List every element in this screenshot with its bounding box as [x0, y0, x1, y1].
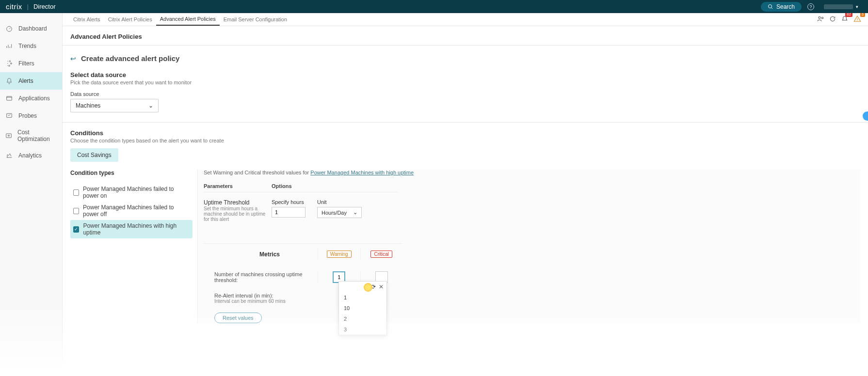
probes-icon	[5, 111, 14, 120]
specify-hours-input[interactable]	[272, 207, 305, 218]
metrics-heading: Metrics	[204, 251, 318, 258]
svg-rect-6	[7, 96, 12, 100]
checkbox-icon[interactable]	[73, 208, 79, 214]
sidebar-item-analytics[interactable]: Analytics	[0, 147, 62, 164]
side-help-bubble[interactable]	[863, 111, 868, 121]
dropdown-item[interactable]: 3	[339, 324, 386, 335]
unit-value: Hours/Day	[321, 210, 347, 216]
condition-type-label: Power Managed Machines failed to power o…	[83, 204, 190, 218]
condition-types-panel: Condition types Power Managed Machines f…	[70, 170, 197, 323]
col-parameters: Parameters	[204, 183, 272, 189]
dashboard-icon	[5, 24, 14, 33]
dropdown-item[interactable]: 10	[339, 303, 386, 313]
user-settings-icon[interactable]	[817, 15, 824, 24]
data-source-desc: Pick the data source event that you want…	[70, 79, 860, 85]
uptime-threshold-label: Uptime Threshold	[204, 199, 272, 206]
notifications-badge: 82	[845, 13, 852, 17]
filters-icon	[5, 59, 14, 68]
condition-type-power-on[interactable]: Power Managed Machines failed to power o…	[70, 183, 193, 202]
top-header: citrix | Director Search ? ▾	[0, 0, 868, 13]
refresh-icon[interactable]	[829, 16, 836, 24]
checkbox-icon[interactable]	[73, 189, 79, 196]
section-data-source: Select data source Pick the data source …	[63, 64, 868, 119]
svg-line-1	[771, 7, 772, 9]
param-header: Parameters Options	[204, 183, 398, 192]
conditions-title: Conditions	[70, 129, 860, 137]
warnings-badge: 3	[860, 13, 865, 17]
tab-row-icons: 82 3	[817, 15, 861, 24]
back-arrow-icon[interactable]: ↩	[70, 55, 76, 63]
data-source-label: Data source	[70, 91, 860, 97]
tab-citrix-alert-policies[interactable]: Citrix Alert Policies	[104, 13, 156, 26]
header-right: Search ? ▾	[761, 2, 862, 12]
user-menu[interactable]: ▾	[820, 4, 862, 9]
data-source-select[interactable]: Machines ⌄	[70, 99, 159, 112]
chevron-down-icon: ⌄	[148, 102, 153, 109]
sidebar-item-filters[interactable]: Filters	[0, 55, 62, 72]
tab-email-server-config[interactable]: Email Server Configuration	[220, 13, 291, 26]
sidebar-item-cost-optimization[interactable]: Cost Optimization	[0, 125, 62, 147]
sidebar-item-label: Trends	[18, 43, 36, 49]
unit-label: Unit	[317, 199, 362, 205]
warning-dropdown-popup: ⟳ ✕ 1 10 2 3	[338, 281, 387, 335]
sidebar: Dashboard Trends Filters Alerts Applicat…	[0, 13, 63, 376]
condition-type-high-uptime[interactable]: ✓ Power Managed Machines with high uptim…	[70, 220, 193, 238]
notifications-icon[interactable]: 82	[841, 15, 849, 24]
cursor-highlight	[364, 283, 372, 292]
sidebar-item-label: Probes	[18, 112, 37, 119]
applications-icon	[5, 94, 14, 103]
sidebar-item-label: Applications	[18, 95, 50, 102]
realert-note: Interval can be minimum 60 mins	[214, 298, 860, 304]
create-policy-title: Create advanced alert policy	[81, 54, 179, 63]
warnings-icon[interactable]: 3	[853, 15, 861, 24]
brand-separator: |	[27, 3, 29, 10]
help-icon[interactable]: ?	[807, 3, 814, 10]
trends-icon	[5, 42, 14, 50]
dropdown-item[interactable]: 1	[339, 292, 386, 303]
sidebar-item-alerts[interactable]: Alerts	[0, 72, 62, 90]
svg-point-4	[11, 63, 12, 64]
section-conditions: Conditions Choose the condition types ba…	[63, 123, 868, 162]
user-name-placeholder	[824, 4, 853, 9]
sidebar-item-dashboard[interactable]: Dashboard	[0, 20, 62, 37]
tab-advanced-alert-policies[interactable]: Advanced Alert Policies	[156, 13, 220, 26]
conditions-desc: Choose the condition types based on the …	[70, 138, 860, 143]
main: Citrix Alerts Citrix Alert Policies Adva…	[63, 13, 868, 376]
sidebar-item-applications[interactable]: Applications	[0, 90, 62, 107]
realert-label: Re-Alert interval (in min):	[214, 293, 860, 298]
page-header: Advanced Alert Policies	[63, 26, 868, 46]
metrics-head: Metrics Warning Critical	[204, 244, 402, 265]
alerts-icon	[5, 77, 14, 85]
svg-point-3	[9, 61, 11, 62]
svg-point-5	[9, 65, 10, 66]
sidebar-item-label: Dashboard	[18, 25, 47, 32]
app-name: Director	[33, 3, 56, 10]
tab-citrix-alerts[interactable]: Citrix Alerts	[69, 13, 104, 26]
uptime-threshold-note: Set the minimum hours a machine should b…	[204, 206, 267, 222]
condition-types-heading: Condition types	[70, 170, 193, 176]
sidebar-item-label: Filters	[18, 60, 34, 67]
threshold-intro-link[interactable]: Power Managed Machines with high uptime	[310, 170, 414, 175]
back-row: ↩ Create advanced alert policy	[63, 46, 868, 64]
threshold-panel: Set Warning and Critical threshold value…	[197, 170, 860, 323]
cost-icon	[5, 131, 13, 140]
search-button[interactable]: Search	[761, 2, 802, 12]
specify-hours-label: Specify hours	[272, 199, 305, 205]
sidebar-item-probes[interactable]: Probes	[0, 107, 62, 125]
dropdown-item[interactable]: 2	[339, 313, 386, 324]
reset-values-button[interactable]: Reset values	[214, 313, 262, 323]
cost-savings-button[interactable]: Cost Savings	[70, 148, 118, 162]
dropdown-close-icon[interactable]: ✕	[379, 283, 384, 290]
condition-type-label: Power Managed Machines with high uptime	[83, 222, 190, 236]
analytics-icon	[5, 151, 14, 160]
search-label: Search	[776, 3, 795, 10]
checkbox-checked-icon[interactable]: ✓	[73, 226, 79, 233]
unit-select[interactable]: Hours/Day ⌄	[317, 207, 362, 218]
chevron-down-icon: ⌄	[353, 209, 357, 216]
condition-type-power-off[interactable]: Power Managed Machines failed to power o…	[70, 202, 193, 220]
chevron-down-icon: ▾	[856, 4, 858, 9]
data-source-title: Select data source	[70, 71, 860, 78]
threshold-intro-text: Set Warning and Critical threshold value…	[204, 170, 310, 175]
sidebar-item-label: Alerts	[18, 78, 33, 84]
sidebar-item-trends[interactable]: Trends	[0, 37, 62, 55]
